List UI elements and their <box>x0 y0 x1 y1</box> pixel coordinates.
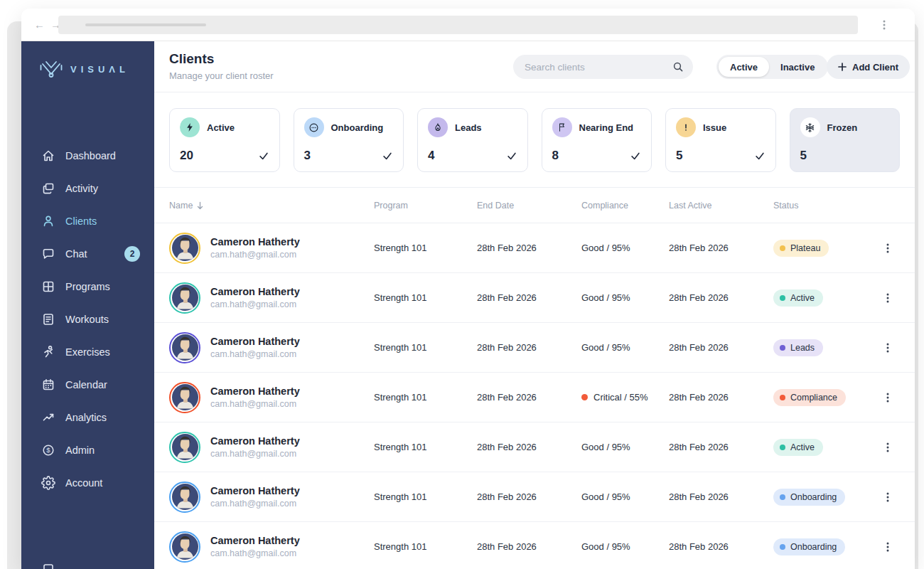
check-icon <box>754 150 765 161</box>
status-dot <box>780 445 785 450</box>
stat-card-active[interactable]: Active 20 <box>169 108 280 172</box>
add-client-button[interactable]: Add Client <box>827 55 910 79</box>
toggle-inactive[interactable]: Inactive <box>769 57 826 77</box>
row-menu-icon[interactable] <box>880 489 900 506</box>
stat-label: Active <box>207 122 235 133</box>
exercises-icon <box>41 345 55 359</box>
sidebar-item-account[interactable]: Account <box>21 467 154 499</box>
compliance-cell: Good / 95% <box>581 541 669 552</box>
stat-card-frozen[interactable]: Frozen 5 <box>790 108 901 172</box>
program-cell: Strength 101 <box>374 541 477 552</box>
table-row[interactable]: Cameron Hatherty cam.hath@gmail.com Stre… <box>154 522 915 569</box>
avatar <box>169 233 200 264</box>
browser-menu-icon[interactable] <box>879 19 889 33</box>
last-active-cell: 28th Feb 2026 <box>669 243 773 253</box>
program-cell: Strength 101 <box>374 342 477 353</box>
table-row[interactable]: Cameron Hatherty cam.hath@gmail.com Stre… <box>154 223 915 273</box>
table-row[interactable]: Cameron Hatherty cam.hath@gmail.com Stre… <box>154 373 915 422</box>
check-icon <box>630 150 641 161</box>
back-arrow-icon[interactable]: ← <box>34 18 45 31</box>
table-row[interactable]: Cameron Hatherty cam.hath@gmail.com Stre… <box>154 422 915 472</box>
sidebar-item-admin[interactable]: $ Admin <box>21 434 154 467</box>
status-badge: Compliance <box>773 389 846 406</box>
row-menu-icon[interactable] <box>880 439 900 456</box>
end-date-cell: 28th Feb 2026 <box>477 491 581 502</box>
toggle-active[interactable]: Active <box>719 57 769 77</box>
sidebar: VISUΛL Dashboard Activity Clients Chat <box>21 41 154 569</box>
active-inactive-toggle: Active Inactive <box>716 55 828 79</box>
stat-card-nearing-end[interactable]: Nearing End 8 <box>542 108 652 172</box>
calendar-icon <box>41 378 55 392</box>
row-menu-icon[interactable] <box>880 389 900 406</box>
sidebar-item-partial[interactable] <box>41 563 55 569</box>
clients-icon <box>41 214 55 228</box>
compliance-cell: Good / 95% <box>581 292 669 303</box>
sidebar-item-workouts[interactable]: Workouts <box>21 303 154 336</box>
table-header: Name Program End Date Compliance Last Ac… <box>154 188 915 223</box>
row-menu-icon[interactable] <box>880 339 900 356</box>
bolt-icon <box>180 117 200 137</box>
sidebar-item-clients[interactable]: Clients <box>21 205 154 238</box>
chat-unread-badge: 2 <box>124 246 140 262</box>
check-icon <box>258 150 269 161</box>
column-end-date[interactable]: End Date <box>477 201 581 211</box>
client-email: cam.hath@gmail.com <box>210 499 300 509</box>
column-last-active[interactable]: Last Active <box>669 201 773 211</box>
admin-icon: $ <box>41 443 55 457</box>
client-email: cam.hath@gmail.com <box>210 250 300 260</box>
client-name: Cameron Hatherty <box>210 485 300 496</box>
main-content: Clients Manage your client roster Active… <box>154 41 915 569</box>
sidebar-item-programs[interactable]: Programs <box>21 270 154 303</box>
row-menu-icon[interactable] <box>880 538 900 555</box>
compliance-cell: Good / 95% <box>581 243 669 253</box>
address-bar[interactable] <box>58 16 858 34</box>
sidebar-item-label: Programs <box>65 281 110 292</box>
flame-icon <box>428 117 448 137</box>
search-input[interactable] <box>513 62 672 73</box>
column-program[interactable]: Program <box>374 201 477 211</box>
stat-count: 3 <box>304 149 311 163</box>
sidebar-item-label: Account <box>65 477 102 489</box>
stat-label: Leads <box>455 122 482 133</box>
sidebar-item-exercises[interactable]: Exercises <box>21 336 154 368</box>
sidebar-item-activity[interactable]: Activity <box>21 172 154 205</box>
status-dot <box>780 345 785 351</box>
stat-card-issue[interactable]: Issue 5 <box>665 108 776 172</box>
browser-window: ← → VISUΛL <box>21 9 915 569</box>
row-menu-icon[interactable] <box>880 289 900 307</box>
sort-down-icon <box>196 201 204 210</box>
avatar <box>169 531 200 563</box>
end-date-cell: 28th Feb 2026 <box>477 541 581 552</box>
sidebar-item-analytics[interactable]: Analytics <box>21 401 154 434</box>
end-date-cell: 28th Feb 2026 <box>477 392 581 403</box>
column-compliance[interactable]: Compliance <box>581 201 669 211</box>
table-row[interactable]: Cameron Hatherty cam.hath@gmail.com Stre… <box>154 273 915 323</box>
client-email: cam.hath@gmail.com <box>210 399 300 409</box>
client-name: Cameron Hatherty <box>210 286 300 297</box>
client-email: cam.hath@gmail.com <box>210 548 300 558</box>
search-icon[interactable] <box>672 61 684 73</box>
program-cell: Strength 101 <box>374 442 477 452</box>
critical-dot <box>581 394 588 400</box>
end-date-cell: 28th Feb 2026 <box>477 342 581 353</box>
programs-icon <box>41 280 55 294</box>
sidebar-item-dashboard[interactable]: Dashboard <box>21 139 154 172</box>
sidebar-item-chat[interactable]: Chat 2 <box>21 238 154 270</box>
column-name[interactable]: Name <box>169 201 374 211</box>
flag-icon <box>552 117 572 137</box>
column-status[interactable]: Status <box>773 201 880 211</box>
sidebar-item-label: Chat <box>65 248 87 260</box>
row-menu-icon[interactable] <box>880 240 900 257</box>
table-row[interactable]: Cameron Hatherty cam.hath@gmail.com Stre… <box>154 472 915 522</box>
table-row[interactable]: Cameron Hatherty cam.hath@gmail.com Stre… <box>154 323 915 373</box>
stat-label: Onboarding <box>331 122 384 133</box>
sidebar-item-label: Analytics <box>65 412 107 423</box>
sidebar-item-calendar[interactable]: Calendar <box>21 368 154 401</box>
ellipsis-face-icon <box>304 117 324 137</box>
stat-card-onboarding[interactable]: Onboarding 3 <box>294 108 404 172</box>
status-dot <box>780 295 785 301</box>
program-cell: Strength 101 <box>374 491 477 502</box>
stat-card-leads[interactable]: Leads 4 <box>417 108 528 172</box>
sidebar-item-label: Activity <box>65 183 98 194</box>
last-active-cell: 28th Feb 2026 <box>669 541 773 552</box>
